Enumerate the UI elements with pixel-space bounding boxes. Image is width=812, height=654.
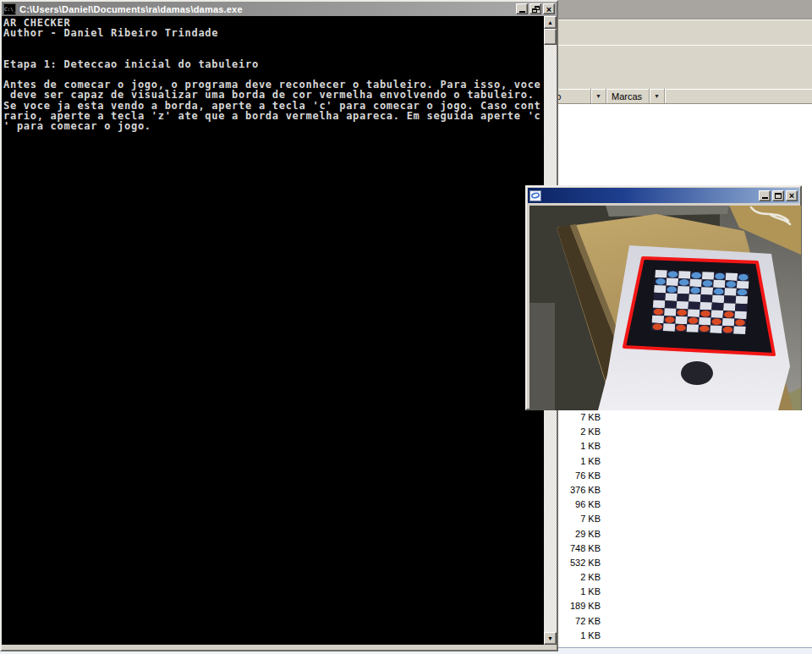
size-filter-dropdown-icon[interactable]: ▼ [591, 89, 606, 103]
minimize-button[interactable] [516, 3, 528, 14]
chevron-down-icon: ▼ [595, 93, 601, 99]
scrollbar-thumb[interactable] [544, 29, 557, 45]
column-header-filler [665, 89, 812, 103]
scroll-up-button[interactable]: ▲ [544, 16, 557, 29]
console-window-title: C:\Users\Daniel\Documents\ra\damas\damas… [19, 4, 516, 14]
camera-titlebar[interactable]: × [528, 188, 799, 203]
column-header-tags-label: Marcas [612, 91, 642, 102]
close-icon: × [546, 5, 551, 14]
console-window: C:\_ C:\Users\Daniel\Documents\ra\damas\… [0, 0, 558, 651]
tags-filter-dropdown-icon[interactable]: ▼ [650, 89, 665, 103]
highgui-window-icon [529, 190, 541, 201]
console-titlebar[interactable]: C:\_ C:\Users\Daniel\Documents\ra\damas\… [2, 2, 557, 16]
scroll-down-button[interactable]: ▼ [544, 632, 557, 645]
maximize-icon [775, 193, 782, 199]
restore-icon [532, 6, 540, 13]
left-wall [529, 303, 555, 410]
console-text: AR CHECKER Author - Daniel Ribeiro Trind… [2, 16, 544, 131]
minimize-button[interactable] [759, 190, 771, 201]
column-header-tags[interactable]: Marcas [606, 89, 650, 103]
chevron-down-icon: ▼ [654, 93, 660, 99]
camera-window: × [525, 185, 802, 410]
maximize-button[interactable] [772, 190, 784, 201]
close-button[interactable]: × [786, 190, 798, 201]
minimize-icon [519, 11, 525, 13]
minimize-icon [762, 197, 768, 199]
marker-dot [681, 361, 713, 385]
cmd-icon: C:\_ [3, 3, 16, 15]
console-output-area[interactable]: AR CHECKER Author - Daniel Ribeiro Trind… [2, 16, 544, 645]
checkerboard [651, 270, 749, 334]
close-icon: × [789, 191, 794, 200]
camera-scene [529, 206, 801, 410]
camera-feed [529, 206, 801, 410]
close-button[interactable]: × [543, 3, 555, 14]
restore-button[interactable] [529, 3, 541, 14]
